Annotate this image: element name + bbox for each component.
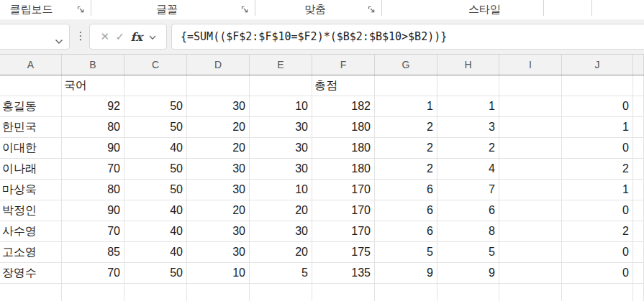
dialog-launcher-icon-font[interactable] — [240, 5, 250, 14]
cell-G11[interactable] — [375, 284, 437, 301]
cell-D1[interactable] — [187, 75, 250, 96]
cell-F10[interactable]: 135 — [312, 263, 375, 284]
cell-A5[interactable]: 이나래 — [0, 159, 62, 180]
cell-B11[interactable] — [62, 284, 124, 301]
cell-K9[interactable] — [633, 242, 644, 263]
cell-A6[interactable]: 마상욱 — [0, 180, 62, 200]
cell-K7[interactable] — [633, 200, 644, 221]
cell-C10[interactable]: 50 — [124, 263, 187, 284]
cell-I3[interactable] — [499, 117, 562, 138]
cell-G7[interactable]: 6 — [375, 200, 437, 221]
cell-D5[interactable]: 30 — [187, 159, 250, 180]
cell-G5[interactable]: 2 — [375, 159, 437, 180]
cell-G3[interactable]: 2 — [375, 117, 437, 138]
cell-A9[interactable]: 고소영 — [0, 242, 62, 263]
column-header-C[interactable]: C — [124, 55, 187, 75]
cell-D7[interactable]: 20 — [187, 200, 250, 221]
cell-E4[interactable]: 30 — [250, 138, 312, 159]
cell-D9[interactable]: 30 — [187, 242, 250, 263]
cell-H8[interactable]: 8 — [437, 221, 499, 242]
cell-J8[interactable]: 2 — [562, 221, 633, 242]
cell-G4[interactable]: 2 — [375, 138, 437, 159]
column-header-B[interactable]: B — [62, 55, 124, 75]
cell-C4[interactable]: 40 — [124, 138, 187, 159]
cell-I5[interactable] — [499, 159, 562, 180]
cell-K2[interactable] — [633, 96, 644, 117]
name-box-splitter-handle[interactable]: ⋮ — [75, 24, 86, 50]
chevron-down-icon[interactable] — [55, 34, 63, 47]
cell-G8[interactable]: 6 — [375, 221, 437, 242]
cell-E10[interactable]: 5 — [250, 263, 312, 284]
cell-A7[interactable]: 박정인 — [0, 200, 62, 221]
cell-I7[interactable] — [499, 200, 562, 221]
cell-E3[interactable]: 30 — [250, 117, 312, 138]
cell-E6[interactable]: 10 — [250, 180, 312, 200]
cell-B2[interactable]: 92 — [62, 96, 124, 117]
cell-E11[interactable] — [250, 284, 312, 301]
column-header-D[interactable]: D — [187, 55, 250, 75]
cell-F5[interactable]: 180 — [312, 159, 375, 180]
cell-D10[interactable]: 10 — [187, 263, 250, 284]
cell-K6[interactable] — [633, 180, 644, 200]
cell-E8[interactable]: 30 — [250, 221, 312, 242]
cell-K5[interactable] — [633, 159, 644, 180]
column-header-H[interactable]: H — [437, 55, 499, 75]
cell-C9[interactable]: 40 — [124, 242, 187, 263]
cell-D11[interactable] — [187, 284, 250, 301]
cell-H9[interactable]: 5 — [437, 242, 499, 263]
cell-F1[interactable]: 총점 — [312, 75, 375, 96]
cell-B1[interactable]: 국어 — [62, 75, 124, 96]
cell-C2[interactable]: 50 — [124, 96, 187, 117]
cell-C1[interactable] — [124, 75, 187, 96]
cell-H1[interactable] — [437, 75, 499, 96]
cell-K4[interactable] — [633, 138, 644, 159]
cell-K3[interactable] — [633, 117, 644, 138]
cell-F6[interactable]: 170 — [312, 180, 375, 200]
cell-G9[interactable]: 5 — [375, 242, 437, 263]
cell-I8[interactable] — [499, 221, 562, 242]
cell-A8[interactable]: 사수영 — [0, 221, 62, 242]
cell-I1[interactable] — [499, 75, 562, 96]
cell-H4[interactable]: 2 — [437, 138, 499, 159]
name-box[interactable] — [0, 24, 70, 50]
cell-A11[interactable] — [0, 284, 62, 301]
cell-F11[interactable] — [312, 284, 375, 301]
cell-K1[interactable] — [633, 75, 644, 96]
cell-A4[interactable]: 이대한 — [0, 138, 62, 159]
cell-F9[interactable]: 175 — [312, 242, 375, 263]
cell-D6[interactable]: 30 — [187, 180, 250, 200]
cell-E1[interactable] — [250, 75, 312, 96]
cell-B3[interactable]: 80 — [62, 117, 124, 138]
cell-A1[interactable] — [0, 75, 62, 96]
cell-A3[interactable]: 한민국 — [0, 117, 62, 138]
cell-F2[interactable]: 182 — [312, 96, 375, 117]
cell-J7[interactable]: 0 — [562, 200, 633, 221]
cell-G10[interactable]: 9 — [375, 263, 437, 284]
cell-J1[interactable] — [562, 75, 633, 96]
cell-J3[interactable]: 1 — [562, 117, 633, 138]
column-header-A[interactable]: A — [0, 55, 62, 75]
cell-I10[interactable] — [499, 263, 562, 284]
cell-F8[interactable]: 170 — [312, 221, 375, 242]
cell-C5[interactable]: 50 — [124, 159, 187, 180]
insert-function-icon[interactable]: fx — [131, 30, 142, 44]
column-header-G[interactable]: G — [375, 55, 437, 75]
cell-H5[interactable]: 4 — [437, 159, 499, 180]
enter-icon[interactable]: ✓ — [116, 30, 125, 43]
cell-E9[interactable]: 20 — [250, 242, 312, 263]
cell-C8[interactable]: 40 — [124, 221, 187, 242]
cell-E7[interactable]: 20 — [250, 200, 312, 221]
cell-J6[interactable]: 1 — [562, 180, 633, 200]
cell-D8[interactable]: 30 — [187, 221, 250, 242]
cell-J2[interactable]: 0 — [562, 96, 633, 117]
column-header-E[interactable]: E — [250, 55, 312, 75]
chevron-down-icon[interactable] — [149, 30, 156, 43]
cell-J10[interactable]: 0 — [562, 263, 633, 284]
cell-I9[interactable] — [499, 242, 562, 263]
cell-H2[interactable]: 1 — [437, 96, 499, 117]
cell-D4[interactable]: 20 — [187, 138, 250, 159]
cell-I11[interactable] — [499, 284, 562, 301]
cell-J4[interactable]: 0 — [562, 138, 633, 159]
cell-E5[interactable]: 30 — [250, 159, 312, 180]
cell-A2[interactable]: 홍길동 — [0, 96, 62, 117]
